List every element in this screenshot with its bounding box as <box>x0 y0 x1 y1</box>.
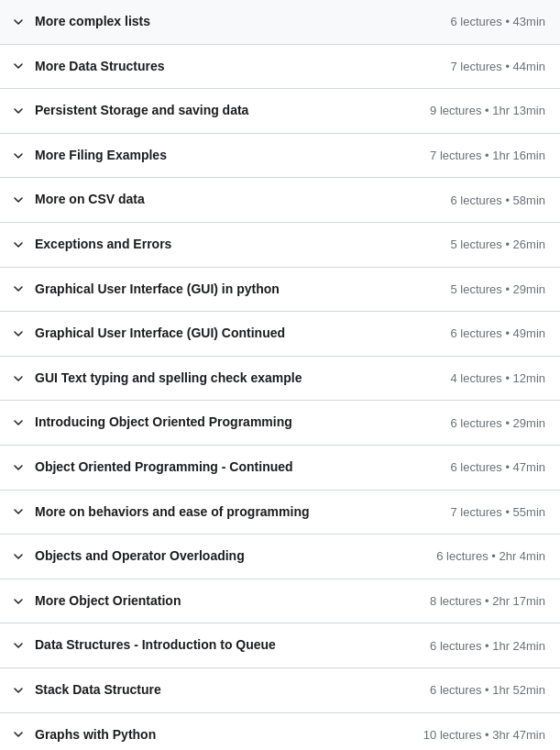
course-title: GUI Text typing and spelling check examp… <box>35 369 302 388</box>
course-row[interactable]: More Data Structures7 lectures • 44min <box>0 45 560 90</box>
course-title: More complex lists <box>35 13 150 31</box>
course-title: Persistent Storage and saving data <box>35 102 248 120</box>
course-title: Graphs with Python <box>35 726 156 744</box>
course-row[interactable]: More Filing Examples7 lectures • 1hr 16m… <box>0 134 560 179</box>
course-row-left: GUI Text typing and spelling check examp… <box>11 369 439 388</box>
chevron-down-icon <box>11 371 26 386</box>
course-title: More on CSV data <box>35 191 145 209</box>
course-meta: 10 lectures • 3hr 47min <box>423 728 545 742</box>
course-meta: 5 lectures • 26min <box>450 237 545 251</box>
course-row[interactable]: Objects and Operator Overloading6 lectur… <box>0 535 560 579</box>
course-row[interactable]: More complex lists6 lectures • 43min <box>0 0 560 45</box>
course-title: More Filing Examples <box>35 147 167 165</box>
chevron-down-icon <box>11 683 26 698</box>
course-row-left: Introducing Object Oriented Programming <box>11 414 439 432</box>
course-row-left: Exceptions and Errors <box>11 236 439 254</box>
course-row-left: Persistent Storage and saving data <box>11 102 419 120</box>
course-meta: 6 lectures • 49min <box>450 326 545 340</box>
course-meta: 6 lectures • 1hr 24min <box>430 639 545 653</box>
course-row[interactable]: Data Structures - Introduction to Queue6… <box>0 623 560 668</box>
chevron-down-icon <box>11 281 26 296</box>
chevron-down-icon <box>11 193 26 207</box>
course-row-left: Objects and Operator Overloading <box>11 547 425 566</box>
course-meta: 8 lectures • 2hr 17min <box>430 594 545 608</box>
course-title: More Object Orientation <box>35 592 181 611</box>
course-title: Objects and Operator Overloading <box>35 547 245 566</box>
course-row-left: More Object Orientation <box>11 592 419 611</box>
chevron-down-icon <box>11 594 26 609</box>
course-row[interactable]: Stack Data Structure6 lectures • 1hr 52m… <box>0 668 560 713</box>
course-title: Stack Data Structure <box>35 681 161 700</box>
course-meta: 7 lectures • 44min <box>450 60 545 73</box>
course-row-left: Graphical User Interface (GUI) in python <box>11 281 439 299</box>
course-row-left: More on behaviors and ease of programmin… <box>11 503 439 522</box>
chevron-down-icon <box>11 504 26 519</box>
course-row[interactable]: Introducing Object Oriented Programming6… <box>0 401 560 446</box>
course-title: Introducing Object Oriented Programming <box>35 414 292 432</box>
course-title: Exceptions and Errors <box>35 236 171 254</box>
course-meta: 6 lectures • 58min <box>450 193 545 207</box>
course-row-left: Stack Data Structure <box>11 681 419 700</box>
course-title: Data Structures - Introduction to Queue <box>35 636 276 655</box>
course-title: More on behaviors and ease of programmin… <box>35 503 310 522</box>
course-title: Object Oriented Programming - Continued <box>35 458 293 477</box>
course-title: Graphical User Interface (GUI) in python <box>35 281 280 299</box>
course-row[interactable]: GUI Text typing and spelling check examp… <box>0 357 560 402</box>
course-meta: 9 lectures • 1hr 13min <box>430 104 545 117</box>
course-row[interactable]: Exceptions and Errors5 lectures • 26min <box>0 223 560 268</box>
course-meta: 6 lectures • 29min <box>450 416 545 430</box>
course-row-left: More Data Structures <box>11 58 439 76</box>
course-row-left: Graphical User Interface (GUI) Continued <box>11 325 439 343</box>
course-list: More complex lists6 lectures • 43min Mor… <box>0 0 560 750</box>
chevron-down-icon <box>11 638 26 653</box>
chevron-down-icon <box>11 727 26 742</box>
course-row-left: Data Structures - Introduction to Queue <box>11 636 419 655</box>
course-meta: 6 lectures • 1hr 52min <box>430 683 545 697</box>
course-row[interactable]: Graphical User Interface (GUI) in python… <box>0 268 560 313</box>
chevron-down-icon <box>11 237 26 252</box>
course-row-left: More on CSV data <box>11 191 439 209</box>
course-meta: 6 lectures • 43min <box>450 15 545 28</box>
course-row[interactable]: Persistent Storage and saving data9 lect… <box>0 89 560 134</box>
course-meta: 5 lectures • 29min <box>450 282 545 296</box>
course-row[interactable]: More Object Orientation8 lectures • 2hr … <box>0 579 560 624</box>
course-row-left: More complex lists <box>11 13 439 31</box>
chevron-down-icon <box>11 59 26 73</box>
course-title: More Data Structures <box>35 58 165 76</box>
course-row[interactable]: More on behaviors and ease of programmin… <box>0 491 560 535</box>
course-meta: 7 lectures • 55min <box>450 505 545 519</box>
chevron-down-icon <box>11 415 26 430</box>
course-meta: 6 lectures • 47min <box>450 460 545 474</box>
chevron-down-icon <box>11 149 26 163</box>
course-meta: 4 lectures • 12min <box>450 371 545 385</box>
course-meta: 6 lectures • 2hr 4min <box>436 549 545 563</box>
chevron-down-icon <box>11 549 26 564</box>
course-row[interactable]: Object Oriented Programming - Continued6… <box>0 446 560 491</box>
chevron-down-icon <box>11 460 26 475</box>
course-row[interactable]: More on CSV data6 lectures • 58min <box>0 178 560 223</box>
chevron-down-icon <box>11 326 26 341</box>
course-row[interactable]: Graphs with Python10 lectures • 3hr 47mi… <box>0 713 560 751</box>
course-row-left: Object Oriented Programming - Continued <box>11 458 439 477</box>
course-row-left: Graphs with Python <box>11 726 412 744</box>
course-row[interactable]: Graphical User Interface (GUI) Continued… <box>0 312 560 357</box>
chevron-down-icon <box>11 104 26 118</box>
chevron-down-icon <box>11 15 26 29</box>
course-meta: 7 lectures • 1hr 16min <box>430 149 545 162</box>
course-title: Graphical User Interface (GUI) Continued <box>35 325 285 343</box>
course-row-left: More Filing Examples <box>11 147 419 165</box>
